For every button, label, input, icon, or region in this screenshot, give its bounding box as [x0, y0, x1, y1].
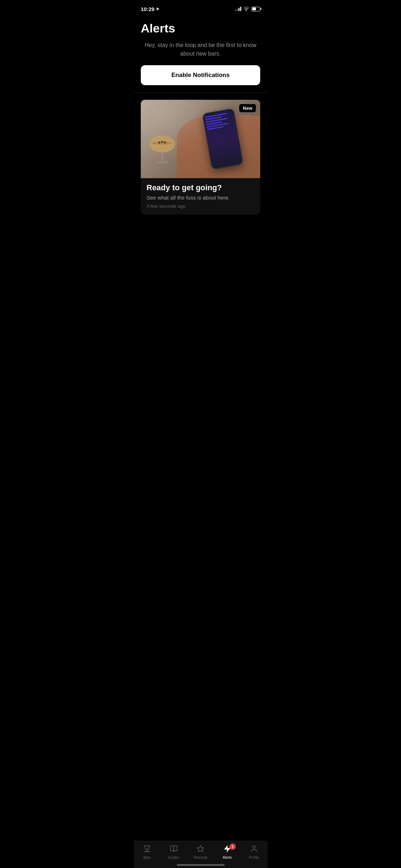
svg-point-3	[161, 141, 163, 143]
alert-card[interactable]: New Ready to get going? See what all the…	[141, 100, 260, 215]
battery-icon	[251, 7, 260, 11]
alert-card-title: Ready to get going?	[146, 183, 255, 192]
alert-card-body: Ready to get going? See what all the fus…	[141, 178, 260, 215]
location-icon: ➤	[156, 6, 159, 11]
status-time: 10:29 ➤	[141, 6, 159, 12]
status-bar: 10:29 ➤	[134, 0, 267, 16]
cocktail-image	[148, 134, 176, 171]
main-content: Alerts Hey, stay in the loop and be the …	[134, 16, 267, 226]
svg-point-4	[164, 141, 166, 144]
svg-point-2	[158, 141, 160, 144]
alert-card-image: New	[141, 100, 260, 178]
page-title: Alerts	[141, 21, 260, 35]
enable-notifications-button[interactable]: Enable Notifications	[141, 65, 260, 85]
status-icons	[235, 6, 260, 12]
alert-card-timestamp: A few seconds ago	[146, 203, 255, 209]
signal-bars-icon	[235, 7, 241, 11]
alert-card-subtitle: See what all the fuss is about here.	[146, 195, 255, 201]
divider	[134, 92, 267, 93]
new-badge: New	[239, 104, 256, 112]
wifi-icon	[243, 6, 249, 12]
page-subtitle: Hey, stay in the loop and be the first t…	[141, 41, 260, 58]
